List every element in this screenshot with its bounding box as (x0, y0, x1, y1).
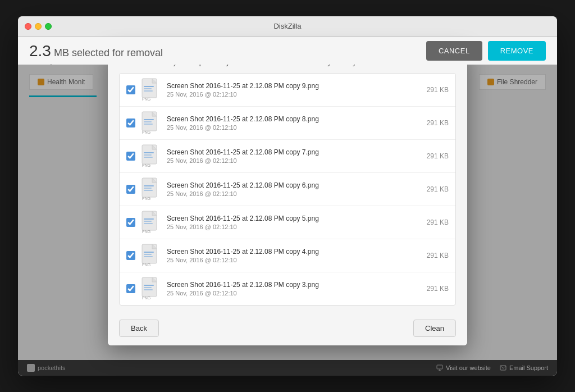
file-item: PNG Screen Shot 2016-11-25 at 2.12.08 PM… (120, 239, 455, 272)
svg-rect-7 (144, 121, 152, 122)
svg-rect-2 (144, 88, 152, 89)
svg-text:PNG: PNG (142, 163, 150, 167)
titlebar: DiskZilla (18, 16, 557, 37)
file-date: 25 Nov, 2016 @ 02:12:10 (167, 91, 421, 98)
svg-rect-3 (144, 90, 153, 92)
file-date: 25 Nov, 2016 @ 02:12:10 (167, 124, 421, 131)
file-date: 25 Nov, 2016 @ 02:12:10 (167, 157, 421, 164)
file-size: 291 KB (427, 285, 449, 293)
svg-rect-6 (144, 119, 154, 120)
remove-button[interactable]: REMOVE (488, 41, 546, 61)
file-size: 291 KB (427, 185, 449, 193)
file-checkbox[interactable] (126, 152, 135, 161)
file-icon: PNG (141, 277, 161, 300)
close-button[interactable] (25, 23, 31, 30)
file-name: Screen Shot 2016-11-25 at 2.12.08 PM cop… (167, 281, 421, 289)
svg-rect-33 (144, 289, 153, 290)
dialog-footer: Back Clean (108, 314, 467, 345)
file-checkbox[interactable] (126, 251, 135, 260)
file-icon: PNG (141, 111, 161, 135)
file-checkbox[interactable] (126, 218, 135, 227)
window-title: DiskZilla (273, 22, 301, 30)
file-icon: PNG (141, 144, 161, 168)
svg-rect-16 (144, 185, 154, 186)
traffic-lights (25, 23, 52, 30)
file-date: 25 Nov, 2016 @ 02:12:10 (167, 290, 421, 297)
file-checkbox[interactable] (126, 185, 135, 194)
app-window: DiskZilla Duplica Health Monit File Shre… (18, 16, 557, 376)
file-icon: PNG (141, 177, 161, 201)
svg-rect-17 (144, 188, 152, 189)
svg-rect-27 (144, 254, 152, 255)
removal-info: 2.3 MB selected for removal (29, 42, 163, 60)
dialog-overlay: Please verify the duplicates you have se… (18, 37, 557, 360)
file-size: 291 KB (427, 252, 449, 259)
file-size: 291 KB (427, 86, 449, 94)
file-info: Screen Shot 2016-11-25 at 2.12.08 PM cop… (167, 281, 421, 297)
file-info: Screen Shot 2016-11-25 at 2.12.08 PM cop… (167, 82, 421, 98)
svg-rect-8 (144, 124, 153, 125)
maximize-button[interactable] (45, 23, 52, 30)
file-item: PNG Screen Shot 2016-11-25 at 2.12.08 PM… (120, 206, 455, 239)
file-info: Screen Shot 2016-11-25 at 2.12.08 PM cop… (167, 215, 421, 230)
file-name: Screen Shot 2016-11-25 at 2.12.08 PM cop… (167, 115, 421, 123)
file-icon: PNG (141, 78, 161, 102)
back-button[interactable]: Back (119, 320, 159, 337)
file-date: 25 Nov, 2016 @ 02:12:10 (167, 257, 421, 263)
svg-rect-13 (144, 157, 153, 158)
file-info: Screen Shot 2016-11-25 at 2.12.08 PM cop… (167, 115, 421, 131)
file-size: 291 KB (427, 152, 449, 160)
logo-text: pockethits (38, 364, 66, 371)
file-checkbox[interactable] (126, 85, 135, 94)
status-bar: pockethits Visit our website Email Suppo… (18, 360, 557, 376)
bottom-bar: 2.3 MB selected for removal CANCEL REMOV… (18, 37, 557, 65)
file-item: PNG Screen Shot 2016-11-25 at 2.12.08 PM… (120, 272, 455, 305)
svg-rect-35 (437, 365, 442, 369)
logo-icon (27, 364, 35, 372)
svg-text:PNG: PNG (142, 130, 150, 134)
file-info: Screen Shot 2016-11-25 at 2.12.08 PM cop… (167, 148, 421, 164)
file-info: Screen Shot 2016-11-25 at 2.12.08 PM cop… (167, 181, 421, 197)
svg-rect-23 (144, 223, 153, 224)
file-name: Screen Shot 2016-11-25 at 2.12.08 PM cop… (167, 248, 421, 256)
bottom-actions: CANCEL REMOVE (426, 41, 546, 61)
file-size: 291 KB (427, 119, 449, 127)
visit-website-link[interactable]: Visit our website (436, 364, 491, 371)
file-name: Screen Shot 2016-11-25 at 2.12.08 PM cop… (167, 148, 421, 156)
email-support-link[interactable]: Email Support (500, 364, 548, 371)
cancel-button[interactable]: CANCEL (426, 41, 482, 61)
email-icon (500, 364, 506, 371)
file-name: Screen Shot 2016-11-25 at 2.12.08 PM cop… (167, 181, 421, 189)
svg-rect-22 (144, 221, 152, 222)
svg-text:PNG: PNG (142, 230, 150, 234)
svg-text:PNG: PNG (142, 296, 150, 300)
svg-rect-18 (144, 190, 153, 191)
svg-rect-12 (144, 154, 152, 156)
file-list: PNG Screen Shot 2016-11-25 at 2.12.08 PM… (119, 73, 456, 306)
file-checkbox[interactable] (126, 118, 135, 127)
monitor-icon (436, 364, 443, 371)
file-item: PNG Screen Shot 2016-11-25 at 2.12.08 PM… (120, 140, 455, 173)
email-label: Email Support (509, 364, 548, 371)
svg-rect-11 (144, 152, 154, 153)
svg-text:PNG: PNG (142, 97, 150, 101)
minimize-button[interactable] (35, 23, 42, 30)
svg-rect-21 (144, 218, 154, 220)
svg-text:PNG: PNG (142, 263, 150, 267)
file-item: PNG Screen Shot 2016-11-25 at 2.12.08 PM… (120, 74, 455, 107)
logo: pockethits (27, 364, 66, 372)
file-item: PNG Screen Shot 2016-11-25 at 2.12.08 PM… (120, 173, 455, 206)
svg-rect-1 (144, 86, 154, 87)
file-size: 291 KB (427, 218, 449, 226)
verify-dialog: Please verify the duplicates you have se… (108, 48, 467, 345)
svg-rect-32 (144, 287, 152, 288)
file-date: 25 Nov, 2016 @ 02:12:10 (167, 190, 421, 197)
file-item: PNG Screen Shot 2016-11-25 at 2.12.08 PM… (120, 107, 455, 140)
file-icon: PNG (141, 244, 161, 267)
clean-button[interactable]: Clean (413, 320, 456, 337)
file-checkbox[interactable] (126, 284, 135, 293)
svg-text:PNG: PNG (142, 197, 150, 200)
visit-label: Visit our website (446, 364, 491, 371)
svg-rect-26 (144, 252, 154, 253)
file-date: 25 Nov, 2016 @ 02:12:10 (167, 224, 421, 230)
